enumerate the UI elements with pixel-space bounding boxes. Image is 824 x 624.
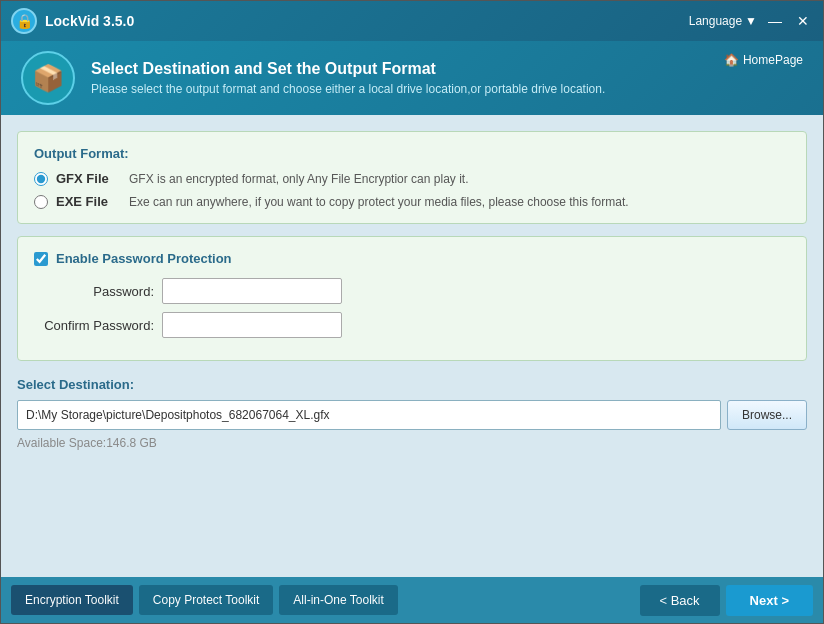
- gfx-label: GFX File: [56, 171, 121, 186]
- enable-password-row: Enable Password Protection: [34, 251, 790, 266]
- confirm-password-row: Confirm Password:: [34, 312, 790, 338]
- header-section: 📦 Select Destination and Set the Output …: [1, 41, 823, 115]
- destination-title: Select Destination:: [17, 377, 807, 392]
- output-format-options: GFX File GFX is an encrypted format, onl…: [34, 171, 790, 209]
- title-bar: 🔒 LockVid 3.5.0 Language ▼ — ✕: [1, 1, 823, 41]
- homepage-link[interactable]: 🏠 HomePage: [724, 51, 803, 67]
- password-row: Password:: [34, 278, 790, 304]
- header-text: Select Destination and Set the Output Fo…: [91, 60, 605, 96]
- all-in-one-toolkit-button[interactable]: All-in-One Toolkit: [279, 585, 397, 615]
- password-input[interactable]: [162, 278, 342, 304]
- gfx-radio[interactable]: [34, 172, 48, 186]
- password-panel: Enable Password Protection Password: Con…: [17, 236, 807, 361]
- gfx-option-row: GFX File GFX is an encrypted format, onl…: [34, 171, 790, 186]
- app-title: LockVid 3.5.0: [45, 13, 689, 29]
- lock-icon: 🔒: [16, 13, 33, 29]
- encryption-toolkit-button[interactable]: Encryption Toolkit: [11, 585, 133, 615]
- available-space: Available Space:146.8 GB: [17, 436, 807, 450]
- output-format-panel: Output Format: GFX File GFX is an encryp…: [17, 131, 807, 224]
- app-logo: 🔒: [11, 8, 37, 34]
- page-title: Select Destination and Set the Output Fo…: [91, 60, 605, 78]
- close-button[interactable]: ✕: [793, 11, 813, 31]
- main-content: Output Format: GFX File GFX is an encryp…: [1, 115, 823, 577]
- copy-protect-toolkit-button[interactable]: Copy Protect Toolkit: [139, 585, 274, 615]
- destination-row: Browse...: [17, 400, 807, 430]
- minimize-button[interactable]: —: [765, 11, 785, 31]
- gfx-description: GFX is an encrypted format, only Any Fil…: [129, 172, 468, 186]
- exe-option-row: EXE File Exe can run anywhere, if you wa…: [34, 194, 790, 209]
- destination-input[interactable]: [17, 400, 721, 430]
- exe-radio[interactable]: [34, 195, 48, 209]
- enable-password-label: Enable Password Protection: [56, 251, 232, 266]
- exe-label: EXE File: [56, 194, 121, 209]
- bottom-bar: Encryption Toolkit Copy Protect Toolkit …: [1, 577, 823, 623]
- back-button[interactable]: < Back: [640, 585, 720, 616]
- output-format-title: Output Format:: [34, 146, 790, 161]
- language-button[interactable]: Language ▼: [689, 14, 757, 28]
- confirm-password-label: Confirm Password:: [34, 318, 154, 333]
- enable-password-checkbox[interactable]: [34, 252, 48, 266]
- package-icon: 📦: [32, 63, 64, 94]
- page-subtitle: Please select the output format and choo…: [91, 82, 605, 96]
- destination-section: Select Destination: Browse... Available …: [17, 377, 807, 450]
- header-icon: 📦: [21, 51, 75, 105]
- exe-description: Exe can run anywhere, if you want to cop…: [129, 195, 629, 209]
- main-window: 🔒 LockVid 3.5.0 Language ▼ — ✕ 📦 Select …: [0, 0, 824, 624]
- browse-button[interactable]: Browse...: [727, 400, 807, 430]
- confirm-password-input[interactable]: [162, 312, 342, 338]
- next-button[interactable]: Next >: [726, 585, 813, 616]
- chevron-down-icon: ▼: [745, 14, 757, 28]
- window-controls: Language ▼ — ✕: [689, 11, 813, 31]
- home-icon: 🏠: [724, 53, 739, 67]
- password-label: Password:: [34, 284, 154, 299]
